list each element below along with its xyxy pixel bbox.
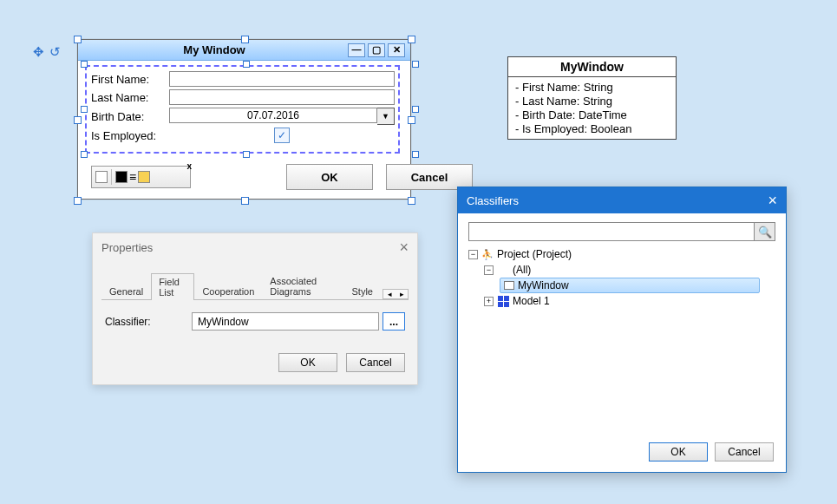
- resize-handle[interactable]: [241, 36, 249, 43]
- classifiers-dialog: Classifiers × 🔍 − ⛹ Project (Project) − …: [457, 187, 787, 473]
- is-employed-label: Is Employed:: [91, 129, 169, 142]
- lines-icon[interactable]: ≡: [129, 170, 136, 184]
- classifier-label: Classifier:: [105, 316, 192, 328]
- resize-handle[interactable]: [408, 197, 415, 205]
- tree-node-project[interactable]: − ⛹ Project (Project): [468, 246, 775, 262]
- classifiers-titlebar[interactable]: Classifiers ×: [458, 187, 786, 213]
- last-name-label: Last Name:: [91, 91, 169, 104]
- chevron-down-icon[interactable]: ▼: [377, 108, 395, 125]
- tree-label: Model 1: [513, 295, 550, 307]
- resize-handle[interactable]: [408, 116, 415, 124]
- rotate-icon[interactable]: ↺: [49, 44, 61, 60]
- project-icon: ⛹: [481, 248, 494, 260]
- tree-label: Project (Project): [497, 248, 572, 260]
- birth-date-label: Birth Date:: [91, 110, 169, 123]
- classifiers-title: Classifiers: [467, 194, 519, 207]
- maximize-button[interactable]: ▢: [368, 43, 385, 57]
- tree-node-all[interactable]: − (All): [468, 262, 775, 278]
- birth-date-combo[interactable]: ▼: [169, 108, 395, 125]
- swatch-folder[interactable]: [138, 171, 150, 183]
- designer-move-icons: ✥ ↺: [33, 44, 61, 60]
- uml-attributes: - First Name: String - Last Name: String…: [508, 77, 676, 139]
- is-employed-checkbox[interactable]: ✓: [274, 128, 290, 143]
- resize-handle[interactable]: [408, 36, 415, 43]
- close-button[interactable]: ✕: [388, 43, 405, 57]
- uml-attr: - Last Name: String: [515, 95, 669, 108]
- search-icon[interactable]: 🔍: [754, 223, 775, 240]
- swatch-black[interactable]: [115, 171, 128, 183]
- resize-handle[interactable]: [412, 106, 419, 113]
- tab-style[interactable]: Style: [344, 283, 381, 299]
- resize-handle[interactable]: [241, 197, 249, 205]
- resize-handle[interactable]: [81, 61, 88, 68]
- resize-handle[interactable]: [243, 151, 250, 158]
- close-icon[interactable]: ×: [768, 192, 777, 210]
- form-fields-panel: First Name: Last Name: Birth Date: ▼ Is …: [91, 71, 395, 146]
- tree-label: MyWindow: [518, 279, 569, 291]
- browse-button[interactable]: ...: [383, 312, 405, 331]
- last-name-input[interactable]: [169, 89, 395, 105]
- tree-node-model1[interactable]: + Model 1: [468, 293, 775, 309]
- resize-handle[interactable]: [81, 106, 88, 113]
- classifier-search: 🔍: [468, 222, 775, 241]
- uml-attr: - First Name: String: [515, 81, 669, 94]
- properties-title: Properties: [101, 241, 153, 254]
- classifier-tree: − ⛹ Project (Project) − (All) MyWindow +…: [468, 246, 775, 309]
- tree-label: (All): [513, 264, 531, 276]
- resize-handle[interactable]: [412, 151, 419, 158]
- tree-node-mywindow[interactable]: MyWindow: [500, 278, 760, 293]
- mywindow-title: My Window: [83, 43, 345, 56]
- search-input[interactable]: [469, 223, 754, 240]
- resize-handle[interactable]: [74, 197, 82, 205]
- resize-handle[interactable]: [74, 36, 82, 43]
- minimize-button[interactable]: —: [348, 43, 365, 57]
- collapse-icon[interactable]: −: [484, 265, 494, 275]
- cancel-button[interactable]: Cancel: [715, 442, 774, 461]
- classifier-input[interactable]: [192, 312, 379, 331]
- swatch-white[interactable]: [95, 171, 108, 183]
- ok-button[interactable]: OK: [278, 353, 337, 372]
- expand-icon[interactable]: +: [484, 297, 494, 306]
- resize-handle[interactable]: [412, 61, 419, 68]
- tab-scroll[interactable]: ◂ ▸: [383, 289, 409, 299]
- tab-general[interactable]: General: [101, 283, 151, 299]
- uml-attr: - Birth Date: DateTime: [515, 108, 669, 121]
- properties-dialog: Properties × General Field List Cooperat…: [92, 232, 418, 385]
- chevron-right-icon[interactable]: ▸: [396, 290, 408, 298]
- first-name-label: First Name:: [91, 73, 169, 86]
- ok-button[interactable]: OK: [649, 442, 708, 461]
- resize-handle[interactable]: [243, 61, 250, 68]
- uml-class-box[interactable]: MyWindow - First Name: String - Last Nam…: [507, 56, 677, 140]
- model-icon: [497, 295, 509, 307]
- resize-handle[interactable]: [81, 151, 88, 158]
- chevron-left-icon[interactable]: ◂: [383, 290, 396, 298]
- folder-icon: [497, 264, 509, 276]
- move-icon[interactable]: ✥: [33, 44, 44, 60]
- close-icon[interactable]: ×: [399, 239, 409, 257]
- collapse-icon[interactable]: −: [468, 250, 478, 259]
- tab-associated-diagrams[interactable]: Associated Diagrams: [262, 272, 343, 299]
- mywindow-form: My Window — ▢ ✕ First Name: Last Name: B…: [77, 39, 411, 200]
- cancel-button[interactable]: Cancel: [346, 353, 405, 372]
- color-toolbar[interactable]: ≡ x: [91, 166, 191, 188]
- toolbar-close-icon[interactable]: x: [186, 161, 192, 171]
- window-icon: [504, 281, 514, 290]
- first-name-input[interactable]: [169, 71, 395, 87]
- ok-button[interactable]: OK: [286, 164, 373, 190]
- properties-tabs: General Field List Cooperation Associate…: [101, 272, 409, 300]
- tab-cooperation[interactable]: Cooperation: [194, 283, 262, 299]
- uml-attr: - Is Employed: Boolean: [515, 122, 669, 135]
- birth-date-value[interactable]: [169, 108, 377, 123]
- tab-field-list[interactable]: Field List: [151, 273, 194, 300]
- uml-class-name: MyWindow: [508, 57, 676, 77]
- resize-handle[interactable]: [74, 116, 82, 124]
